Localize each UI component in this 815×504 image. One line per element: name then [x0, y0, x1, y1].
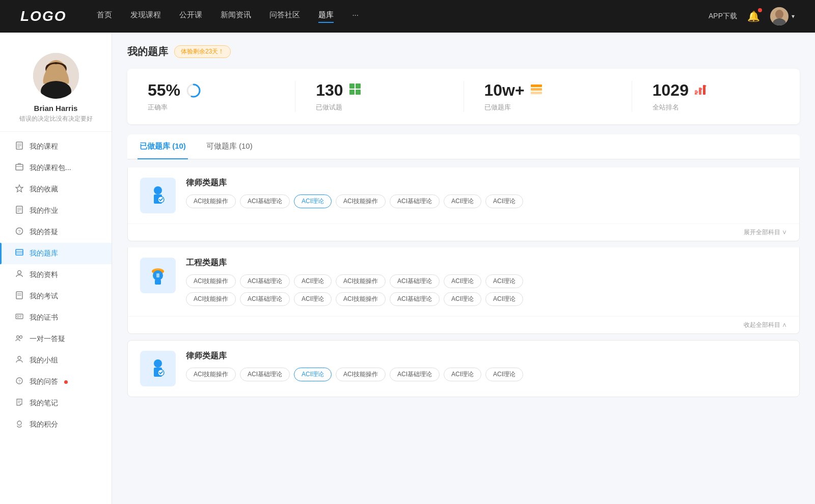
sidebar-item-exam[interactable]: 我的考试 [0, 286, 112, 307]
star-icon [14, 184, 24, 194]
sidebar-item-favorites[interactable]: 我的收藏 [0, 179, 112, 200]
svg-point-21 [18, 271, 21, 274]
nav-more[interactable]: ··· [352, 10, 359, 23]
qbank-row: 律师类题库 ACI技能操作 ACI基础理论 ACI理论 ACI技能操作 ACI基… [128, 167, 799, 224]
tag[interactable]: ACI理论 [485, 368, 523, 381]
tag[interactable]: ACI理论 [294, 292, 332, 306]
qbank-section-lawyer-2: 律师类题库 ACI技能操作 ACI基础理论 ACI理论 ACI技能操作 ACI基… [127, 340, 800, 397]
svg-rect-39 [349, 90, 355, 95]
tag[interactable]: ACI理论 [485, 194, 523, 208]
navbar: LOGO 首页 发现课程 公开课 新闻资讯 问答社区 题库 ··· APP下载 … [0, 0, 815, 33]
qbank-tags-engineer-row1: ACI技能操作 ACI基础理论 ACI理论 ACI技能操作 ACI基础理论 AC… [186, 274, 787, 288]
nav-news[interactable]: 新闻资讯 [221, 10, 251, 23]
tag[interactable]: ACI技能操作 [336, 292, 386, 306]
sidebar-item-course-packages[interactable]: 我的课程包... [0, 157, 112, 179]
nav-courses[interactable]: 发现课程 [130, 10, 161, 23]
qbank-icon [14, 248, 24, 259]
sidebar-item-my-qa[interactable]: ? 我的问答 [0, 371, 112, 393]
stat-accuracy: 55% 正确率 [127, 81, 295, 112]
profile-name: Brian Harris [34, 104, 78, 113]
nav-qbank[interactable]: 题库 [318, 10, 334, 23]
sidebar-navigation: 我的课程 我的课程包... 我的收藏 我的作业 [0, 132, 112, 439]
sidebar-item-label: 我的小组 [30, 356, 58, 365]
tag[interactable]: ACI技能操作 [336, 194, 386, 208]
tag[interactable]: ACI技能操作 [336, 368, 386, 381]
sidebar-item-label: 一对一答疑 [30, 334, 65, 344]
qa-icon: ? [14, 227, 24, 237]
main-content: 我的题库 体验剩余23天！ 55% 正确率 [112, 33, 815, 504]
svg-marker-11 [16, 185, 23, 192]
tag[interactable]: ACI技能操作 [186, 194, 236, 208]
tag-active[interactable]: ACI理论 [294, 194, 332, 208]
navbar-right: APP下载 🔔 ▾ [709, 7, 795, 25]
nav-home[interactable]: 首页 [97, 10, 112, 23]
tag[interactable]: ACI基础理论 [240, 194, 290, 208]
course-icon [14, 142, 24, 152]
group-icon [14, 355, 24, 366]
tag[interactable]: ACI基础理论 [240, 292, 290, 306]
svg-point-55 [154, 359, 162, 368]
sidebar-item-homework[interactable]: 我的作业 [0, 200, 112, 221]
sidebar-item-qbank[interactable]: 我的题库 [0, 243, 112, 264]
tag-active[interactable]: ACI理论 [294, 368, 332, 381]
cert-icon [14, 313, 24, 323]
tag[interactable]: ACI理论 [444, 292, 481, 306]
tag[interactable]: ACI理论 [444, 274, 481, 288]
sidebar-item-my-courses[interactable]: 我的课程 [0, 136, 112, 157]
tag[interactable]: ACI基础理论 [390, 292, 440, 306]
chevron-down-icon: ▾ [792, 13, 795, 20]
qbank-title-lawyer-1: 律师类题库 [186, 178, 787, 188]
tag[interactable]: ACI技能操作 [336, 274, 386, 288]
tag[interactable]: ACI基础理论 [240, 368, 290, 381]
tag[interactable]: ACI理论 [485, 292, 523, 306]
expand-button-lawyer-1[interactable]: 展开全部科目 ∨ [744, 228, 787, 237]
sidebar-item-points[interactable]: 我的积分 [0, 414, 112, 435]
sidebar-item-label: 我的资料 [30, 270, 58, 279]
svg-point-27 [17, 336, 19, 339]
sidebar-item-groups[interactable]: 我的小组 [0, 350, 112, 371]
notes-icon [14, 398, 24, 408]
sidebar-item-notes[interactable]: 我的笔记 [0, 393, 112, 414]
sidebar-item-certificate[interactable]: 我的证书 [0, 307, 112, 328]
sidebar-item-label: 我的积分 [30, 420, 58, 429]
tag[interactable]: ACI基础理论 [240, 274, 290, 288]
sidebar-item-qa[interactable]: ? 我的答疑 [0, 221, 112, 243]
svg-rect-18 [16, 249, 23, 255]
sidebar-item-profile-data[interactable]: 我的资料 [0, 264, 112, 286]
tag[interactable]: ACI基础理论 [390, 194, 440, 208]
tag[interactable]: ACI技能操作 [186, 292, 236, 306]
svg-point-34 [17, 421, 21, 425]
qbank-tags-engineer-row2: ACI技能操作 ACI基础理论 ACI理论 ACI技能操作 ACI基础理论 AC… [186, 292, 787, 306]
svg-rect-38 [356, 83, 361, 89]
tag[interactable]: ACI基础理论 [390, 274, 440, 288]
tag[interactable]: ACI技能操作 [186, 368, 236, 381]
svg-rect-54 [156, 273, 159, 277]
user-avatar-small [770, 7, 789, 25]
tag[interactable]: ACI理论 [444, 368, 481, 381]
page-layout: Brian Harris 错误的决定比没有决定要好 我的课程 我的课程包... [0, 33, 815, 504]
stat-top: 55% [148, 81, 202, 100]
user-menu[interactable]: ▾ [770, 7, 795, 25]
qbank-section-lawyer-1: 律师类题库 ACI技能操作 ACI基础理论 ACI理论 ACI技能操作 ACI基… [127, 167, 800, 241]
tag[interactable]: ACI基础理论 [390, 368, 440, 381]
nav-qa[interactable]: 问答社区 [269, 10, 300, 23]
logo[interactable]: LOGO [20, 8, 66, 24]
svg-point-28 [20, 336, 22, 339]
qbank-icon-lawyer [140, 178, 176, 213]
app-download-link[interactable]: APP下载 [709, 12, 737, 21]
tab-available-banks[interactable]: 可做题库 (10) [204, 134, 255, 159]
sidebar-item-label: 我的问答 [30, 377, 58, 386]
tag[interactable]: ACI技能操作 [186, 274, 236, 288]
nav-open-course[interactable]: 公开课 [179, 10, 202, 23]
qbank-footer-engineer: 收起全部科目 ∧ [128, 317, 799, 333]
notification-bell[interactable]: 🔔 [747, 10, 760, 22]
tag[interactable]: ACI理论 [294, 274, 332, 288]
tag[interactable]: ACI理论 [485, 274, 523, 288]
nav-menu: 首页 发现课程 公开课 新闻资讯 问答社区 题库 ··· [97, 10, 709, 23]
collapse-button-engineer[interactable]: 收起全部科目 ∧ [744, 321, 787, 329]
svg-rect-10 [16, 164, 23, 170]
sidebar-item-one-on-one[interactable]: 一对一答疑 [0, 328, 112, 350]
bar-chart-icon [694, 83, 707, 98]
tab-done-banks[interactable]: 已做题库 (10) [138, 134, 188, 159]
tag[interactable]: ACI理论 [444, 194, 481, 208]
